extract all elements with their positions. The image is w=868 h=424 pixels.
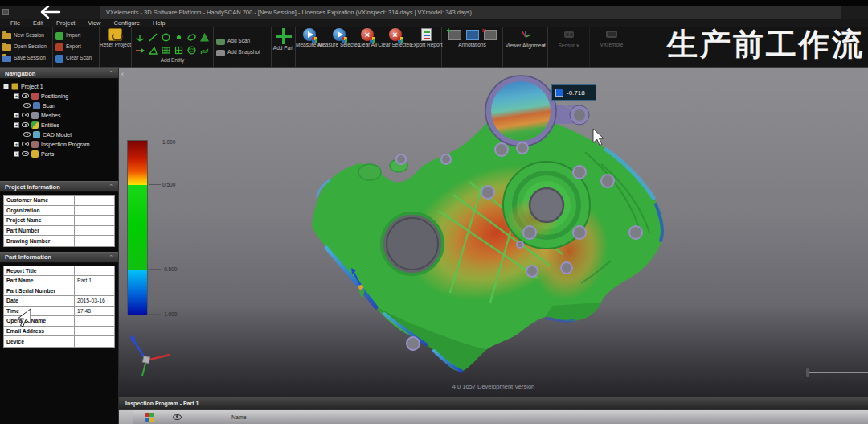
entity-surface-icon[interactable] [199, 44, 211, 56]
menu-help[interactable]: Help [147, 19, 170, 27]
viewport-3d[interactable]: ‹ [119, 68, 868, 397]
table-row[interactable]: Part NamePart 1 [4, 276, 114, 286]
save-session-button[interactable]: Save Session [2, 53, 50, 64]
measure-state-icon[interactable] [145, 413, 154, 422]
menu-view[interactable]: View [82, 19, 106, 27]
table-row[interactable]: Date2015-03-16 [4, 296, 114, 307]
cad-model-render[interactable] [119, 68, 868, 397]
clear-all-button[interactable]: × Clear All [355, 27, 379, 67]
visibility-eye-icon[interactable] [22, 122, 29, 127]
add-snapshot-button[interactable]: Add Snapshot [216, 47, 268, 59]
reset-project-button[interactable]: Reset Project [100, 27, 132, 67]
entity-circle-icon[interactable] [160, 31, 172, 43]
delete-annotation-icon[interactable]: × [484, 30, 497, 40]
sensor-button[interactable]: Sensor▾ [548, 27, 590, 67]
tree-node-positioning[interactable]: + Positioning [3, 91, 118, 101]
tree-node-meshes[interactable]: + Meshes [3, 110, 118, 120]
table-row[interactable]: Device [4, 336, 114, 347]
table-row[interactable]: Organization [4, 206, 114, 216]
tree-node-entities[interactable]: + Entities [3, 120, 118, 130]
add-part-button[interactable]: Add Part [272, 27, 296, 67]
open-session-button[interactable]: Open Session [2, 42, 50, 53]
expand-box-icon[interactable]: + [14, 93, 19, 99]
expand-box-icon[interactable]: + [14, 122, 19, 128]
import-button[interactable]: Import [55, 31, 96, 42]
entity-grid-icon[interactable] [173, 44, 185, 56]
tree-node-inspection-program[interactable]: + Inspection Program [3, 139, 118, 149]
project-info-panel-header[interactable]: Project Information ⌃ [0, 181, 118, 192]
name-column-header[interactable]: Name [231, 414, 247, 420]
app-window: VXelements - 3D Software Platform - Hand… [0, 0, 868, 424]
collapse-box-icon[interactable]: - [3, 84, 9, 89]
entities-icon [31, 121, 39, 129]
collapse-chevron-icon[interactable]: ⌃ [108, 183, 113, 190]
scan-icon [33, 102, 40, 109]
entity-angle-icon[interactable] [147, 44, 159, 56]
new-session-button[interactable]: New Session [2, 31, 50, 42]
vxremote-button[interactable]: VXremote [590, 27, 633, 67]
visibility-eye-icon[interactable] [22, 142, 29, 146]
window-title: VXelements - 3D Software Platform - Hand… [106, 9, 472, 16]
scale-ruler [806, 368, 868, 377]
entity-cone-icon[interactable] [199, 31, 211, 43]
menu-edit[interactable]: Edit [27, 19, 49, 27]
add-scan-icon [216, 39, 225, 45]
sensor-dropdown-icon[interactable]: ▾ [576, 43, 579, 49]
menu-configure[interactable]: Configure [108, 19, 146, 27]
add-annotation-icon[interactable]: + [448, 30, 461, 40]
left-bore [382, 213, 443, 274]
clear-selected-button[interactable]: × Clear Selected [379, 27, 411, 67]
table-row[interactable]: Project Name [4, 216, 114, 226]
expand-box-icon[interactable]: + [14, 151, 19, 157]
table-row[interactable]: Report Title [4, 266, 114, 277]
viewer-alignment-dropdown-icon[interactable]: ▾ [542, 43, 546, 49]
table-row[interactable]: Part Serial Number [4, 286, 114, 297]
entity-point-icon[interactable] [173, 31, 185, 43]
export-button[interactable]: Export [55, 42, 96, 53]
add-scan-button[interactable]: Add Scan [216, 36, 268, 47]
visibility-eye-icon[interactable] [22, 151, 29, 156]
tree-node-project[interactable]: - Project 1 [3, 81, 118, 91]
visibility-eye-icon[interactable] [23, 132, 31, 137]
color-scale-bar [127, 140, 148, 315]
entity-plane-icon[interactable] [160, 44, 172, 56]
visibility-eye-icon[interactable] [22, 93, 29, 98]
visibility-column-eye-icon[interactable] [173, 414, 182, 420]
visibility-eye-icon[interactable] [22, 113, 29, 117]
entity-line-icon[interactable] [147, 31, 159, 43]
viewer-alignment-icon [518, 28, 533, 43]
axis-triad-icon [130, 335, 170, 376]
navigation-panel-header[interactable]: Navigation ⌃ [0, 68, 118, 79]
annotation-active-icon[interactable] [466, 30, 479, 40]
visibility-eye-icon[interactable] [23, 103, 31, 108]
table-row[interactable]: Drawing Number [4, 236, 114, 246]
workflow-title-overlay: 生产前工作流 [667, 24, 865, 65]
entity-sphere-icon[interactable] [186, 44, 198, 56]
collapse-chevron-icon[interactable]: ⌃ [108, 70, 113, 76]
table-row[interactable]: Part Number [4, 226, 114, 237]
part-info-table: Report Title Part NamePart 1 Part Serial… [3, 266, 115, 348]
export-report-button[interactable]: Export Report [411, 27, 442, 67]
inspection-program-titlebar[interactable]: Inspection Program - Part 1 [119, 397, 868, 409]
measure-selected-button[interactable]: Measure Selected [323, 27, 355, 67]
entity-axis-icon[interactable] [134, 31, 146, 43]
group-scan: Add Scan Add Snapshot [214, 27, 272, 67]
deviation-annotation[interactable]: -0.718 [551, 84, 596, 101]
open-session-icon [2, 44, 11, 51]
viewer-alignment-button[interactable]: Viewer Alignment▾ [503, 27, 548, 67]
entity-vector-icon[interactable] [134, 44, 146, 56]
export-report-icon [421, 28, 432, 41]
entity-grid [134, 31, 211, 56]
menu-project[interactable]: Project [51, 19, 80, 27]
table-row[interactable]: Customer Name [4, 196, 114, 206]
expand-box-icon[interactable]: + [14, 113, 19, 118]
tree-node-parts[interactable]: + Parts [3, 149, 118, 158]
entity-slot-icon[interactable] [186, 31, 198, 43]
collapse-chevron-icon[interactable]: ⌃ [108, 254, 113, 261]
tree-node-scan[interactable]: Scan [3, 101, 118, 110]
expand-box-icon[interactable]: + [14, 142, 19, 147]
menu-file[interactable]: File [5, 19, 26, 27]
tree-node-cad-model[interactable]: CAD Model [3, 130, 118, 139]
part-info-panel-header[interactable]: Part Information ⌃ [0, 252, 118, 263]
clear-scan-button[interactable]: Clear Scan [55, 53, 96, 64]
